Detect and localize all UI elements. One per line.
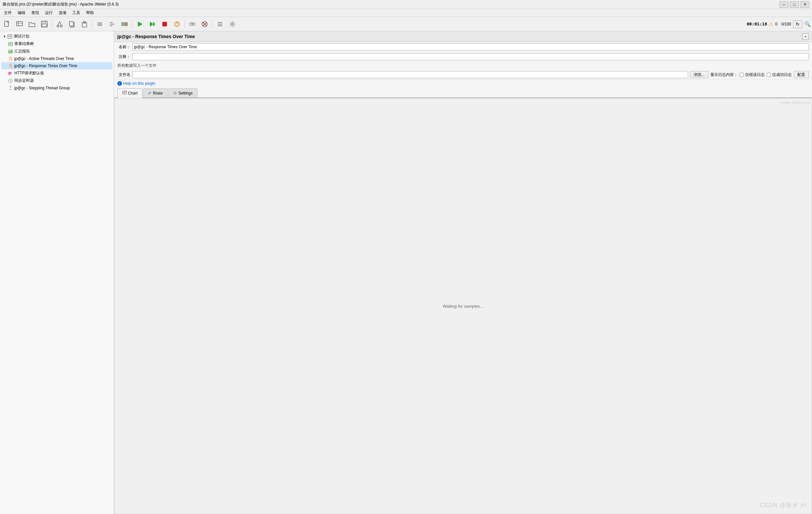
panel-expand-button[interactable]: + <box>802 33 809 40</box>
csdn-watermark: CSDN @落水 zh <box>760 501 807 509</box>
svg-rect-43 <box>10 51 11 53</box>
svg-line-53 <box>10 81 11 82</box>
summary-report-icon <box>8 49 13 54</box>
view-results-icon <box>8 41 13 47</box>
svg-rect-21 <box>122 23 124 26</box>
success-only-checkbox[interactable] <box>767 73 771 77</box>
open-button[interactable] <box>26 18 38 30</box>
menu-run[interactable]: 运行 <box>42 9 55 16</box>
paste-button[interactable] <box>79 18 90 30</box>
svg-rect-5 <box>43 21 46 23</box>
log-display-label: 显示日志内容： <box>710 72 738 78</box>
tab-settings[interactable]: ⚙ Settings <box>168 88 197 97</box>
templates-button[interactable] <box>14 18 25 30</box>
start-button[interactable] <box>134 18 146 30</box>
help-link-text: Help on this plugin <box>123 81 155 86</box>
file-input[interactable] <box>132 71 688 78</box>
rows-tab-label: Rows <box>153 91 163 95</box>
loop-button[interactable]: ↻ <box>793 20 802 28</box>
minimize-button[interactable]: ─ <box>779 1 788 8</box>
separator-4 <box>184 20 185 29</box>
all-data-label: 所有数据写入一个文件 <box>117 63 156 68</box>
sidebar-item-http-defaults[interactable]: HTTP请求默认值 <box>1 69 113 77</box>
list-button[interactable] <box>214 18 226 30</box>
sidebar-item-stepping-thread[interactable]: jp@gc - Stepping Thread Group <box>1 84 113 92</box>
window-title: 聚合报告.jmx (D:\jmeter测试\聚合报告.jmx) - Apache… <box>3 2 779 7</box>
maximize-button[interactable]: □ <box>790 1 799 8</box>
settings-tab-label: Settings <box>178 91 192 95</box>
svg-rect-40 <box>8 42 12 46</box>
comment-input[interactable] <box>132 53 809 60</box>
sidebar-item-test-plan[interactable]: ▼ 测试计划 <box>1 33 113 40</box>
browse-button[interactable]: 浏览... <box>690 71 708 78</box>
errors-only-checkbox[interactable] <box>740 73 744 77</box>
tab-chart[interactable]: Chart <box>117 88 142 98</box>
svg-rect-12 <box>69 22 74 26</box>
expand-arrow: ▼ <box>3 34 6 38</box>
sidebar-item-test-plan-label: 测试计划 <box>14 34 29 39</box>
config-button[interactable]: 配置 <box>794 71 809 78</box>
start-no-pause-button[interactable] <box>146 18 158 30</box>
chart-tab-label: Chart <box>128 91 138 95</box>
menu-file[interactable]: 文件 <box>1 9 14 16</box>
svg-point-54 <box>10 86 11 87</box>
content-area: jp@gc - Response Times Over Time + 名称： 注… <box>114 31 812 514</box>
menu-tools[interactable]: 工具 <box>70 9 83 16</box>
svg-marker-25 <box>153 22 155 27</box>
sidebar-item-response-times[interactable]: jp@gc - Response Times Over Time <box>1 62 113 69</box>
sidebar-item-sync-timer[interactable]: 同步定时器 <box>1 77 113 84</box>
menu-options[interactable]: 选项 <box>56 9 69 16</box>
sidebar-item-view-results-label: 查看结果树 <box>14 41 34 47</box>
new-button[interactable] <box>1 18 13 30</box>
panel-header: jp@gc - Response Times Over Time + <box>114 31 812 42</box>
svg-marker-24 <box>150 22 153 27</box>
search-icon[interactable]: 🔍 <box>804 21 811 27</box>
name-row: 名称： <box>114 42 812 52</box>
sidebar-item-summary-report-label: 汇总报告 <box>14 49 30 54</box>
waiting-text: Waiting for samples... <box>443 304 484 309</box>
sidebar-item-response-times-label: jp@gc - Response Times Over Time <box>14 63 77 68</box>
sidebar-item-active-threads[interactable]: jp@gc - Active Threads Over Time <box>1 55 113 62</box>
menu-help[interactable]: 帮助 <box>83 9 96 16</box>
toolbar-right: 00:01:18 ⚠ 0 0/100 ↻ 🔍 <box>747 20 811 28</box>
main-layout: ▼ 测试计划 查看结果树 汇总报告 jp@gc - Active Thr <box>0 31 812 514</box>
stop-button[interactable] <box>159 18 171 30</box>
remote-clear-button[interactable] <box>199 18 210 30</box>
expand-button[interactable] <box>94 18 106 30</box>
options-button[interactable] <box>227 18 238 30</box>
menu-edit[interactable]: 编辑 <box>15 9 28 16</box>
sidebar-item-http-defaults-label: HTTP请求默认值 <box>14 70 44 76</box>
svg-rect-44 <box>11 51 12 53</box>
response-times-icon <box>8 63 13 68</box>
close-button[interactable]: ✕ <box>800 1 809 8</box>
sidebar-item-view-results[interactable]: 查看结果树 <box>1 40 113 48</box>
save-button[interactable] <box>38 18 50 30</box>
success-only-label: 仅成功日志 <box>772 72 792 78</box>
sidebar-item-active-threads-label: jp@gc - Active Threads Over Time <box>14 56 74 61</box>
collapse-button[interactable] <box>106 18 118 30</box>
sidebar-item-summary-report[interactable]: 汇总报告 <box>1 48 113 55</box>
toggle-button[interactable] <box>119 18 130 30</box>
remote-start-button[interactable] <box>186 18 198 30</box>
menu-find[interactable]: 查找 <box>29 9 42 16</box>
help-link[interactable]: i Help on this plugin <box>114 80 812 87</box>
svg-rect-42 <box>9 52 10 53</box>
shutdown-button[interactable] <box>171 18 183 30</box>
cut-button[interactable] <box>54 18 65 30</box>
success-only-group: 仅成功日志 <box>767 72 792 78</box>
chart-tab-icon <box>122 90 127 96</box>
svg-rect-6 <box>42 24 47 27</box>
separator-2 <box>92 20 92 29</box>
test-plan-icon <box>7 34 12 39</box>
separator-1 <box>52 20 52 29</box>
file-label: 文件名 <box>117 72 130 78</box>
copy-button[interactable] <box>66 18 78 30</box>
tab-rows[interactable]: ✔ Rows <box>143 88 168 97</box>
panel-title: jp@gc - Response Times Over Time <box>117 34 802 39</box>
svg-rect-1 <box>17 22 23 26</box>
name-input[interactable] <box>132 44 809 51</box>
elapsed-timer: 00:01:18 <box>747 22 767 26</box>
sidebar-item-stepping-thread-label: jp@gc - Stepping Thread Group <box>14 86 70 90</box>
http-defaults-icon <box>8 71 13 76</box>
separator-5 <box>212 20 212 29</box>
